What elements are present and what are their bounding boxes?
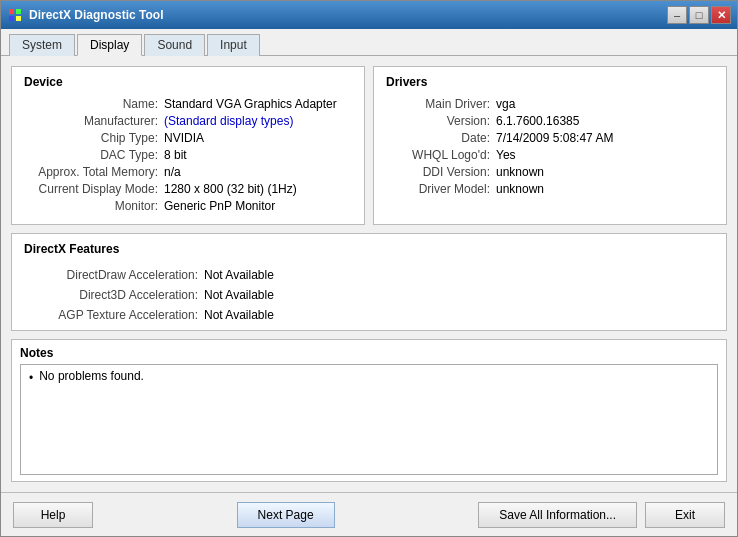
maximize-button[interactable]: □ [689,6,709,24]
driver-main-row: Main Driver: vga [386,97,714,111]
tab-system[interactable]: System [9,34,75,56]
feature-direct3d-label: Direct3D Acceleration: [24,288,204,302]
help-button[interactable]: Help [13,502,93,528]
driver-whql-label: WHQL Logo'd: [386,148,496,162]
save-all-button[interactable]: Save All Information... [478,502,637,528]
device-monitor-row: Monitor: Generic PnP Monitor [24,199,352,213]
notes-bullet: • [29,371,33,385]
device-memory-label: Approx. Total Memory: [24,165,164,179]
device-manufacturer-label: Manufacturer: [24,114,164,128]
driver-version-label: Version: [386,114,496,128]
tab-display[interactable]: Display [77,34,142,56]
main-window: DirectX Diagnostic Tool – □ ✕ System Dis… [0,0,738,537]
device-manufacturer-row: Manufacturer: (Standard display types) [24,114,352,128]
driver-model-value: unknown [496,182,544,196]
app-icon [7,7,23,23]
device-dactype-label: DAC Type: [24,148,164,162]
driver-ddi-row: DDI Version: unknown [386,165,714,179]
svg-rect-3 [16,16,21,21]
features-title: DirectX Features [24,242,714,256]
driver-model-row: Driver Model: unknown [386,182,714,196]
device-memory-value: n/a [164,165,181,179]
driver-ddi-value: unknown [496,165,544,179]
device-name-label: Name: [24,97,164,111]
device-panel: Device Name: Standard VGA Graphics Adapt… [11,66,365,225]
driver-date-value: 7/14/2009 5:08:47 AM [496,131,613,145]
driver-version-value: 6.1.7600.16385 [496,114,579,128]
features-section: DirectX Features DirectDraw Acceleration… [11,233,727,331]
notes-title: Notes [20,346,718,360]
feature-directdraw-value: Not Available [204,268,274,282]
notes-box: • No problems found. [20,364,718,475]
exit-button[interactable]: Exit [645,502,725,528]
footer-right: Save All Information... Exit [478,502,725,528]
drivers-title: Drivers [386,75,714,89]
driver-model-label: Driver Model: [386,182,496,196]
title-bar: DirectX Diagnostic Tool – □ ✕ [1,1,737,29]
device-chiptype-value: NVIDIA [164,131,204,145]
svg-rect-1 [16,9,21,14]
device-chiptype-row: Chip Type: NVIDIA [24,131,352,145]
features-grid: DirectDraw Acceleration: Not Available D… [24,264,714,322]
driver-main-value: vga [496,97,515,111]
feature-direct3d-row: Direct3D Acceleration: Not Available [24,288,714,302]
device-dactype-row: DAC Type: 8 bit [24,148,352,162]
driver-date-label: Date: [386,131,496,145]
svg-rect-2 [9,16,14,21]
minimize-button[interactable]: – [667,6,687,24]
feature-agp-row: AGP Texture Acceleration: Not Available [24,308,714,322]
driver-whql-value: Yes [496,148,516,162]
driver-version-row: Version: 6.1.7600.16385 [386,114,714,128]
device-monitor-label: Monitor: [24,199,164,213]
driver-whql-row: WHQL Logo'd: Yes [386,148,714,162]
device-chiptype-label: Chip Type: [24,131,164,145]
notes-section: Notes • No problems found. [11,339,727,482]
close-button[interactable]: ✕ [711,6,731,24]
notes-text: No problems found. [39,369,144,383]
tabs-bar: System Display Sound Input [1,29,737,56]
content-area: Device Name: Standard VGA Graphics Adapt… [1,56,737,492]
device-memory-row: Approx. Total Memory: n/a [24,165,352,179]
feature-agp-label: AGP Texture Acceleration: [24,308,204,322]
drivers-panel: Drivers Main Driver: vga Version: 6.1.76… [373,66,727,225]
device-displaymode-row: Current Display Mode: 1280 x 800 (32 bit… [24,182,352,196]
driver-ddi-label: DDI Version: [386,165,496,179]
next-page-button[interactable]: Next Page [237,502,335,528]
feature-direct3d-value: Not Available [204,288,274,302]
footer-left: Help [13,502,93,528]
device-displaymode-label: Current Display Mode: [24,182,164,196]
tab-sound[interactable]: Sound [144,34,205,56]
device-manufacturer-value: (Standard display types) [164,114,293,128]
feature-agp-value: Not Available [204,308,274,322]
device-displaymode-value: 1280 x 800 (32 bit) (1Hz) [164,182,297,196]
device-name-value: Standard VGA Graphics Adapter [164,97,337,111]
top-panels: Device Name: Standard VGA Graphics Adapt… [11,66,727,225]
footer-center: Next Page [237,502,335,528]
notes-item: • No problems found. [29,369,709,385]
feature-directdraw-row: DirectDraw Acceleration: Not Available [24,268,714,282]
tab-input[interactable]: Input [207,34,260,56]
device-monitor-value: Generic PnP Monitor [164,199,275,213]
feature-directdraw-label: DirectDraw Acceleration: [24,268,204,282]
footer: Help Next Page Save All Information... E… [1,492,737,536]
device-name-row: Name: Standard VGA Graphics Adapter [24,97,352,111]
window-controls: – □ ✕ [667,6,731,24]
driver-main-label: Main Driver: [386,97,496,111]
svg-rect-0 [9,9,14,14]
device-dactype-value: 8 bit [164,148,187,162]
window-title: DirectX Diagnostic Tool [29,8,667,22]
device-title: Device [24,75,352,89]
driver-date-row: Date: 7/14/2009 5:08:47 AM [386,131,714,145]
